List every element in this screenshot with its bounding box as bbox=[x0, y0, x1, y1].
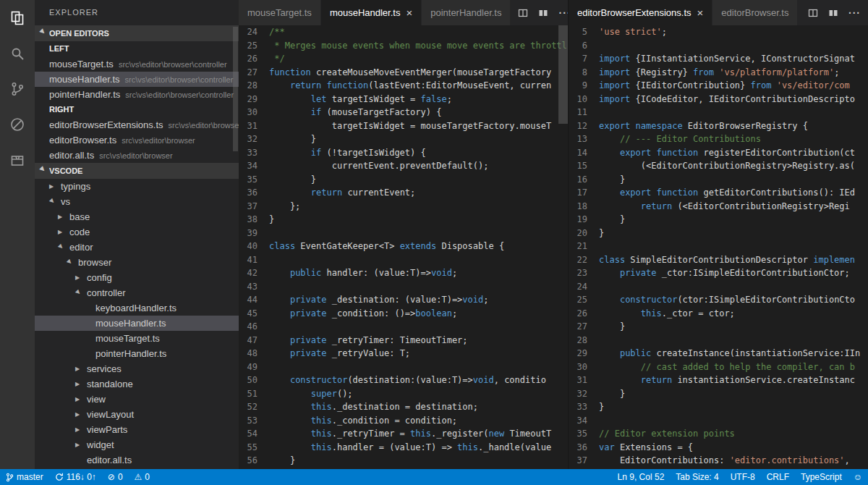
tree-item-label: typings bbox=[61, 179, 90, 194]
tree-item-viewlayout[interactable]: ▶viewLayout bbox=[35, 407, 239, 422]
search-icon[interactable] bbox=[0, 35, 35, 71]
status-sync[interactable]: 116↓ 0↑ bbox=[49, 469, 102, 485]
code-text: return currentEvent; bbox=[269, 186, 415, 200]
status-feedback[interactable]: ☺ bbox=[848, 469, 868, 485]
line-number: 5 bbox=[569, 25, 599, 39]
tree-item-label: base bbox=[69, 209, 90, 224]
code-text: public handler: (value:T)=>void; bbox=[269, 266, 457, 280]
status-errors[interactable]: ⊘0 bbox=[102, 469, 129, 485]
code-text: import {Registry} from 'vs/platform/plat… bbox=[599, 66, 839, 80]
line-number: 16 bbox=[569, 173, 599, 187]
line-number: 45 bbox=[239, 307, 269, 321]
scrollbar-thumb[interactable] bbox=[558, 25, 568, 124]
tree-item-code[interactable]: ▶code bbox=[35, 224, 239, 240]
layout-icon[interactable] bbox=[828, 8, 838, 18]
tree-item-keyboardhandler-ts[interactable]: keyboardHandler.ts bbox=[35, 300, 239, 316]
tree-item-editor[interactable]: ▶editor bbox=[35, 240, 239, 255]
open-editor-item-editorbrowserextensions-ts[interactable]: editorBrowserExtensions.tssrc\vs\editor\… bbox=[35, 117, 239, 132]
tree-item-config[interactable]: ▶config bbox=[35, 270, 239, 285]
split-editor-icon[interactable] bbox=[808, 8, 818, 18]
tab-editorbrowserextensions-ts[interactable]: editorBrowserExtensions.ts× bbox=[569, 0, 712, 25]
code-line: 29 let targetIsWidget = false; bbox=[239, 93, 568, 106]
close-icon[interactable]: × bbox=[697, 7, 704, 18]
status-encoding[interactable]: UTF-8 bbox=[725, 469, 761, 485]
line-number: 15 bbox=[569, 159, 599, 173]
twistie-icon: ▶ bbox=[58, 224, 69, 240]
status-git-branch[interactable]: master bbox=[0, 469, 49, 485]
tab-label: mouseHandler.ts bbox=[330, 7, 401, 18]
code-line: 34 bbox=[569, 414, 868, 428]
code-text: public createInstance(instantiationServi… bbox=[599, 347, 860, 360]
status-warnings[interactable]: ⚠0 bbox=[129, 469, 156, 485]
tab-editorbrowser-ts[interactable]: editorBrowser.ts bbox=[712, 0, 798, 25]
line-number: 49 bbox=[239, 360, 269, 374]
more-icon[interactable]: ··· bbox=[848, 7, 861, 19]
code-text: class SimpleEditorContributionDescriptor… bbox=[599, 253, 855, 267]
editor-actions: ··· bbox=[511, 0, 568, 25]
tree-item-editor-all-ts[interactable]: editor.all.ts bbox=[35, 452, 239, 468]
code-line: 18 return (<EditorContributionRegistry>R… bbox=[569, 200, 868, 214]
code-editor[interactable]: 24/**25 * Merges mouse events when mouse… bbox=[239, 25, 568, 469]
status-cursor-position[interactable]: Ln 9, Col 52 bbox=[612, 469, 671, 485]
file-name: mouseTarget.ts bbox=[49, 59, 114, 69]
status-language[interactable]: TypeScript bbox=[795, 469, 848, 485]
sidebar-scrollbar[interactable] bbox=[233, 27, 238, 151]
open-editor-item-editorbrowser-ts[interactable]: editorBrowser.tssrc\vs\editor\browser bbox=[35, 132, 239, 148]
more-icon[interactable]: ··· bbox=[558, 7, 568, 19]
tree-item-controller[interactable]: ▶controller bbox=[35, 285, 239, 300]
code-line: 47 private _retryTimer: TimeoutTimer; bbox=[239, 334, 568, 347]
source-control-icon[interactable] bbox=[0, 71, 35, 106]
line-number: 32 bbox=[239, 132, 269, 146]
line-number: 46 bbox=[239, 320, 269, 334]
code-line: 50 constructor(destination:(value:T)=>vo… bbox=[239, 374, 568, 387]
open-editor-item-mousetarget-ts[interactable]: mouseTarget.tssrc\vs\editor\browser\cont… bbox=[35, 56, 239, 72]
status-eol[interactable]: CRLF bbox=[761, 469, 795, 485]
file-name: editorBrowserExtensions.ts bbox=[49, 119, 163, 130]
code-line: 21 bbox=[569, 240, 868, 253]
debug-icon[interactable] bbox=[0, 106, 35, 142]
line-number: 56 bbox=[239, 454, 269, 468]
code-line: 26 */ bbox=[239, 52, 568, 66]
status-label: UTF-8 bbox=[731, 472, 755, 482]
file-tree: ▶typings▶vs▶base▶code▶editor▶browser▶con… bbox=[35, 179, 239, 468]
tree-item-mousetarget-ts[interactable]: mouseTarget.ts bbox=[35, 331, 239, 346]
tree-item-services[interactable]: ▶services bbox=[35, 361, 239, 376]
open-editors-header[interactable]: ▶ OPEN EDITORS bbox=[35, 25, 239, 41]
status-label: Ln 9, Col 52 bbox=[618, 472, 665, 482]
tree-item-view[interactable]: ▶view bbox=[35, 392, 239, 407]
code-text: } bbox=[269, 173, 316, 187]
open-editor-item-pointerhandler-ts[interactable]: pointerHandler.tssrc\vs\editor\browser\c… bbox=[35, 87, 239, 102]
open-editor-item-mousehandler-ts[interactable]: mouseHandler.tssrc\vs\editor\browser\con… bbox=[35, 72, 239, 87]
code-line: 56 } bbox=[239, 454, 568, 468]
tree-item-vs[interactable]: ▶vs bbox=[35, 194, 239, 209]
tree-item-browser[interactable]: ▶browser bbox=[35, 255, 239, 270]
line-number: 44 bbox=[239, 293, 269, 307]
split-editor-icon[interactable] bbox=[518, 8, 528, 18]
code-line: 24 bbox=[569, 280, 868, 294]
code-text: super(); bbox=[269, 387, 353, 401]
tab-mousetarget-ts[interactable]: mouseTarget.ts bbox=[239, 0, 321, 25]
close-icon[interactable]: × bbox=[406, 7, 412, 18]
code-line: 32 } bbox=[239, 132, 568, 146]
tree-item-viewparts[interactable]: ▶viewParts bbox=[35, 422, 239, 437]
code-line: 38} bbox=[239, 213, 568, 227]
tab-pointerhandler-ts[interactable]: pointerHandler.ts bbox=[422, 0, 511, 25]
status-label: 0 bbox=[145, 472, 150, 482]
tree-item-mousehandler-ts[interactable]: mouseHandler.ts bbox=[35, 316, 239, 331]
code-text: } bbox=[269, 213, 274, 227]
folder-section-header[interactable]: ▶ VSCODE bbox=[35, 163, 239, 179]
tab-mousehandler-ts[interactable]: mouseHandler.ts× bbox=[321, 0, 422, 25]
editor-group-left: mouseTarget.tsmouseHandler.ts×pointerHan… bbox=[239, 0, 568, 469]
tree-item-base[interactable]: ▶base bbox=[35, 209, 239, 224]
explorer-icon[interactable] bbox=[0, 0, 35, 35]
open-editor-item-editor-all-ts[interactable]: editor.all.tssrc\vs\editor\browser bbox=[35, 148, 239, 163]
tree-item-widget[interactable]: ▶widget bbox=[35, 437, 239, 452]
code-editor[interactable]: 5'use strict';67import {IInstantiationSe… bbox=[569, 25, 868, 469]
extensions-icon[interactable] bbox=[0, 142, 35, 177]
status-tab-size[interactable]: Tab Size: 4 bbox=[670, 469, 724, 485]
open-editors-list: LEFTmouseTarget.tssrc\vs\editor\browser\… bbox=[35, 41, 239, 163]
tree-item-pointerhandler-ts[interactable]: pointerHandler.ts bbox=[35, 346, 239, 361]
tree-item-typings[interactable]: ▶typings bbox=[35, 179, 239, 194]
tree-item-standalone[interactable]: ▶standalone bbox=[35, 376, 239, 392]
layout-icon[interactable] bbox=[538, 8, 548, 18]
